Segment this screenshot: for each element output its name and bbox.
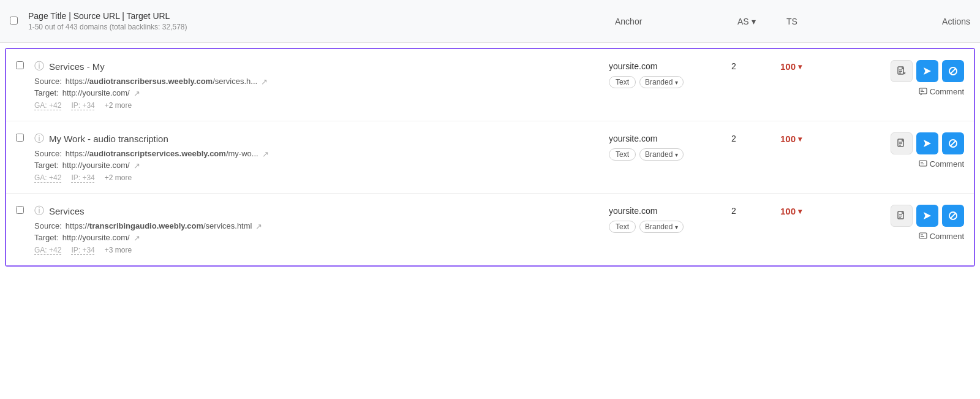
- tag-text: Text: [609, 221, 636, 233]
- comment-label: Comment: [930, 87, 964, 96]
- send-button[interactable]: [916, 132, 938, 154]
- ts-chevron-icon[interactable]: ▾: [798, 135, 802, 143]
- comment-label: Comment: [930, 232, 964, 241]
- svg-line-5: [951, 69, 956, 74]
- row2-checkbox[interactable]: [16, 134, 24, 142]
- svg-rect-15: [919, 161, 927, 166]
- block-button[interactable]: [942, 60, 964, 82]
- header-title-col: Page Title | Source URL | Target URL 1-5…: [28, 11, 615, 31]
- row1-checkbox-col: [16, 60, 34, 71]
- row1-action-buttons: [891, 60, 964, 82]
- comment-button[interactable]: Comment: [919, 87, 964, 96]
- main-table: Page Title | Source URL | Target URL 1-5…: [0, 0, 980, 272]
- send-button[interactable]: [916, 205, 938, 227]
- question-icon[interactable]: ⓘ: [34, 205, 44, 218]
- document-button[interactable]: [891, 132, 913, 154]
- target-external-link-icon[interactable]: ↗: [134, 161, 142, 170]
- row1-info: ⓘ Services - My Source: https://audiotra…: [34, 60, 609, 110]
- tag-text: Text: [609, 76, 636, 88]
- row3-target: Target: http://yoursite.com/ ↗: [34, 233, 603, 242]
- row2-ts: 100 ▾: [780, 132, 854, 144]
- header-actions: Actions: [860, 17, 970, 26]
- row3-checkbox-col: [16, 205, 34, 216]
- svg-rect-6: [919, 88, 927, 94]
- header-as: AS ▾: [737, 17, 786, 26]
- row1-source: Source: https://audiotranscribersus.weeb…: [34, 77, 603, 86]
- chevron-down-icon: ▾: [675, 224, 678, 230]
- header-checkbox-col: [10, 17, 28, 26]
- row3-source: Source: https://transcribingaudio.weebly…: [34, 221, 603, 230]
- comment-label: Comment: [930, 159, 964, 169]
- row2-anchor: yoursite.com Text Branded ▾: [609, 132, 731, 161]
- row1-actions: Comment: [854, 60, 964, 96]
- row3-tags: Text Branded ▾: [609, 221, 731, 233]
- row3-anchor: yoursite.com Text Branded ▾: [609, 205, 731, 233]
- header-anchor: Anchor: [615, 17, 737, 26]
- tag-branded-dropdown[interactable]: Branded ▾: [639, 148, 684, 161]
- svg-line-23: [951, 213, 956, 219]
- header-main-title: Page Title | Source URL | Target URL: [28, 11, 609, 21]
- row1-anchor: yoursite.com Text Branded ▾: [609, 60, 731, 88]
- table-header: Page Title | Source URL | Target URL 1-5…: [0, 0, 980, 43]
- source-external-link-icon[interactable]: ↗: [261, 77, 270, 86]
- target-external-link-icon[interactable]: ↗: [134, 234, 142, 242]
- row3-as: 2: [731, 205, 780, 216]
- ts-chevron-icon[interactable]: ▾: [798, 207, 802, 216]
- tag-branded-dropdown[interactable]: Branded ▾: [639, 221, 684, 233]
- svg-line-14: [951, 141, 956, 146]
- row2-actions: Comment: [854, 132, 964, 169]
- row3-ts: 100 ▾: [780, 205, 854, 216]
- target-external-link-icon[interactable]: ↗: [134, 89, 142, 97]
- row1-tags: Text Branded ▾: [609, 76, 731, 88]
- svg-rect-24: [919, 233, 927, 238]
- send-button[interactable]: [916, 60, 938, 82]
- row3-actions: Comment: [854, 205, 964, 241]
- block-button[interactable]: [942, 132, 964, 154]
- ts-chevron-icon[interactable]: ▾: [798, 63, 802, 71]
- row2-target: Target: http://yoursite.com/ ↗: [34, 161, 603, 170]
- tag-text: Text: [609, 148, 636, 161]
- block-button[interactable]: [942, 205, 964, 227]
- header-subtitle: 1-50 out of 443 domains (total backlinks…: [28, 23, 609, 31]
- document-button[interactable]: [891, 205, 913, 227]
- sort-chevron-icon[interactable]: ▾: [752, 17, 756, 26]
- table-row: ⓘ My Work - audio transcription Source: …: [6, 121, 974, 194]
- row2-tags: Text Branded ▾: [609, 148, 731, 161]
- table-row: ⓘ Services - My Source: https://audiotra…: [6, 49, 974, 121]
- row3-title: ⓘ Services: [34, 205, 603, 218]
- row1-stats: GA: +42 IP: +34 +2 more: [34, 101, 603, 110]
- chevron-down-icon: ▾: [675, 151, 678, 158]
- purple-group: ⓘ Services - My Source: https://audiotra…: [5, 48, 975, 267]
- row2-stats: GA: +42 IP: +34 +2 more: [34, 173, 603, 182]
- row2-action-buttons: [891, 132, 964, 154]
- row2-checkbox-col: [16, 132, 34, 143]
- row3-stats: GA: +42 IP: +34 +3 more: [34, 246, 603, 254]
- row2-source: Source: https://audiotranscriptservices.…: [34, 149, 603, 158]
- chevron-down-icon: ▾: [675, 79, 678, 86]
- comment-button[interactable]: Comment: [919, 232, 964, 241]
- row1-checkbox[interactable]: [16, 61, 24, 69]
- question-icon[interactable]: ⓘ: [34, 60, 44, 73]
- row1-as: 2: [731, 60, 780, 71]
- row1-target: Target: http://yoursite.com/ ↗: [34, 88, 603, 97]
- row3-info: ⓘ Services Source: https://transcribinga…: [34, 205, 609, 254]
- source-external-link-icon[interactable]: ↗: [262, 150, 271, 158]
- row2-info: ⓘ My Work - audio transcription Source: …: [34, 132, 609, 182]
- document-button[interactable]: [891, 60, 913, 82]
- row1-ts: 100 ▾: [780, 60, 854, 72]
- row1-title: ⓘ Services - My: [34, 60, 603, 73]
- table-row: ⓘ Services Source: https://transcribinga…: [6, 194, 974, 265]
- comment-button[interactable]: Comment: [919, 159, 964, 169]
- tag-branded-dropdown[interactable]: Branded ▾: [639, 76, 684, 88]
- question-icon[interactable]: ⓘ: [34, 132, 44, 145]
- row3-action-buttons: [891, 205, 964, 227]
- row3-checkbox[interactable]: [16, 206, 24, 214]
- header-ts: TS: [786, 17, 860, 26]
- row2-as: 2: [731, 132, 780, 143]
- select-all-checkbox[interactable]: [10, 17, 18, 25]
- row2-title: ⓘ My Work - audio transcription: [34, 132, 603, 145]
- source-external-link-icon[interactable]: ↗: [255, 222, 264, 230]
